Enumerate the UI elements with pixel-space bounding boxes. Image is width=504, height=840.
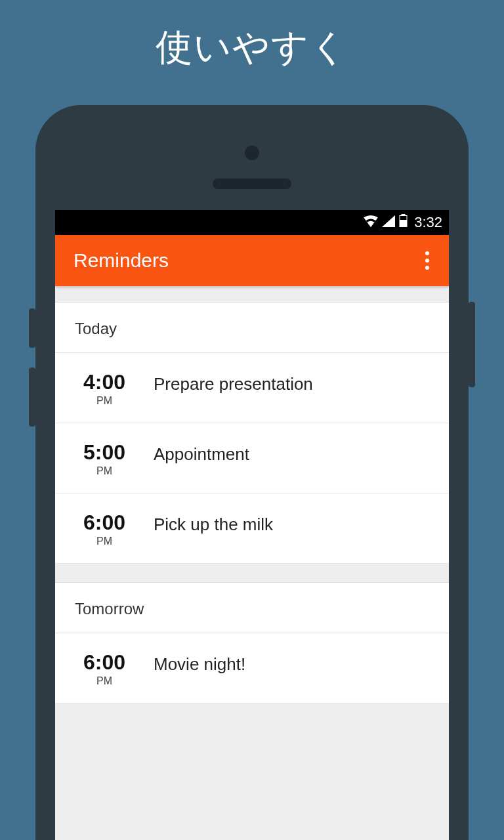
promo-title: 使いやすく <box>0 23 504 73</box>
reminder-time: 6:00 <box>75 652 134 673</box>
reminder-item[interactable]: 5:00 PM Appointment <box>55 423 449 494</box>
reminder-time: 5:00 <box>75 442 134 463</box>
reminder-meridiem: PM <box>75 465 134 477</box>
reminder-time-block: 6:00 PM <box>75 512 134 547</box>
dots-vertical-icon <box>425 259 429 262</box>
app-title: Reminders <box>74 249 169 272</box>
section-header-tomorrow: Tomorrow <box>55 582 449 633</box>
reminder-time: 4:00 <box>75 371 134 392</box>
phone-frame: 3:32 Reminders Today 4:00 PM Prepare pre… <box>35 105 469 840</box>
reminder-meridiem: PM <box>75 536 134 547</box>
screen: 3:32 Reminders Today 4:00 PM Prepare pre… <box>55 210 449 840</box>
reminder-meridiem: PM <box>75 395 134 407</box>
reminder-time-block: 6:00 PM <box>75 652 134 687</box>
reminder-title: Movie night! <box>154 652 245 675</box>
phone-speaker <box>213 178 291 189</box>
reminder-title: Appointment <box>154 442 249 465</box>
reminder-meridiem: PM <box>75 675 134 687</box>
reminder-item[interactable]: 4:00 PM Prepare presentation <box>55 353 449 423</box>
section-header-today: Today <box>55 302 449 353</box>
svg-rect-0 <box>402 214 406 215</box>
phone-side-button <box>469 302 475 387</box>
reminder-time-block: 5:00 PM <box>75 442 134 477</box>
status-bar: 3:32 <box>55 210 449 235</box>
cell-signal-icon <box>382 214 395 231</box>
battery-icon <box>399 214 408 231</box>
phone-side-button <box>29 308 35 348</box>
phone-camera <box>245 146 259 160</box>
dots-vertical-icon <box>425 251 429 255</box>
reminder-title: Prepare presentation <box>154 371 313 394</box>
reminder-title: Pick up the milk <box>154 512 273 535</box>
svg-rect-2 <box>400 216 407 220</box>
dots-vertical-icon <box>425 266 429 270</box>
status-clock: 3:32 <box>414 214 442 231</box>
app-bar: Reminders <box>55 235 449 286</box>
wifi-icon <box>364 214 378 231</box>
reminder-item[interactable]: 6:00 PM Pick up the milk <box>55 494 449 564</box>
overflow-menu-button[interactable] <box>421 245 433 276</box>
reminder-time-block: 4:00 PM <box>75 371 134 407</box>
reminder-time: 6:00 <box>75 512 134 533</box>
reminder-item[interactable]: 6:00 PM Movie night! <box>55 633 449 704</box>
phone-side-button <box>29 368 35 427</box>
